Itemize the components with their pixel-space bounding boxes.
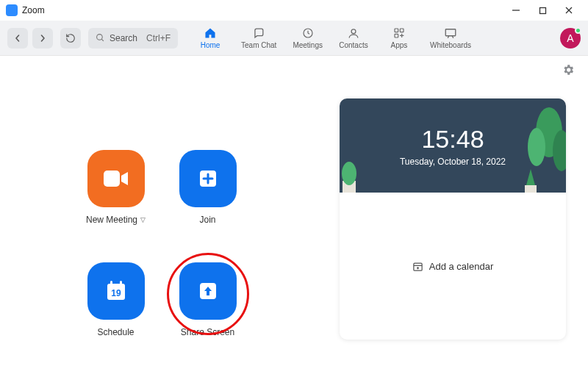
tab-contacts-label: Contacts xyxy=(339,41,368,49)
tab-apps-label: Apps xyxy=(391,41,408,49)
svg-rect-28 xyxy=(525,185,537,193)
chat-icon xyxy=(252,27,265,39)
clock-date: Tuesday, October 18, 2022 xyxy=(400,157,506,167)
calendar-day: 19 xyxy=(111,288,121,298)
tab-meetings[interactable]: Meetings xyxy=(293,27,323,49)
settings-row xyxy=(0,56,588,76)
user-avatar[interactable]: A xyxy=(560,28,581,49)
tab-apps[interactable]: Apps xyxy=(384,27,414,49)
search-icon xyxy=(96,33,105,43)
tab-team-chat-label: Team Chat xyxy=(241,41,276,49)
video-icon xyxy=(87,150,145,207)
main-toolbar: Search Ctrl+F Home Team Chat Meetings xyxy=(0,21,588,56)
gear-icon xyxy=(562,63,575,76)
whiteboard-icon xyxy=(444,27,457,39)
plus-icon xyxy=(179,150,237,207)
svg-rect-21 xyxy=(120,281,122,285)
window-title: Zoom xyxy=(22,5,45,15)
nav-forward-button[interactable] xyxy=(32,28,53,49)
svg-point-7 xyxy=(351,29,356,33)
add-calendar-button[interactable]: Add a calendar xyxy=(412,261,493,272)
avatar-initial: A xyxy=(567,32,573,44)
share-screen-icon xyxy=(179,262,237,320)
svg-point-24 xyxy=(528,128,545,166)
hero-banner: 15:48 Tuesday, October 18, 2022 xyxy=(340,98,566,193)
calendar-body: Add a calendar xyxy=(340,193,566,340)
tab-contacts[interactable]: Contacts xyxy=(339,27,368,49)
svg-rect-1 xyxy=(539,7,545,13)
tab-whiteboards[interactable]: Whiteboards xyxy=(430,27,471,49)
minimize-button[interactable] xyxy=(503,2,529,18)
contacts-icon xyxy=(347,27,360,39)
calendar-card: 15:48 Tuesday, October 18, 2022 Add a ca… xyxy=(340,98,566,340)
plant-decoration-icon xyxy=(340,159,363,193)
svg-point-4 xyxy=(97,35,103,40)
actions-grid: New Meeting ▽ Join 19 Schedule Share Scr… xyxy=(74,150,250,340)
share-screen-action[interactable]: Share Screen xyxy=(165,262,250,340)
apps-icon xyxy=(392,27,406,39)
settings-button[interactable] xyxy=(562,63,575,76)
svg-rect-10 xyxy=(395,34,398,37)
main-content: New Meeting ▽ Join 19 Schedule Share Scr… xyxy=(0,76,588,354)
clock-icon xyxy=(301,27,315,39)
tab-meetings-label: Meetings xyxy=(293,41,323,49)
svg-rect-20 xyxy=(110,281,112,285)
calendar-plus-icon xyxy=(412,261,423,272)
svg-rect-8 xyxy=(395,29,398,32)
schedule-action[interactable]: 19 Schedule xyxy=(74,262,158,340)
home-icon xyxy=(204,27,217,39)
presence-indicator xyxy=(575,27,581,34)
search-input[interactable]: Search Ctrl+F xyxy=(88,28,178,49)
plant-decoration-icon xyxy=(517,165,544,193)
history-button[interactable] xyxy=(60,28,81,49)
add-calendar-label: Add a calendar xyxy=(429,261,493,272)
zoom-app-icon xyxy=(6,4,18,16)
search-shortcut: Ctrl+F xyxy=(146,33,171,43)
svg-rect-11 xyxy=(445,29,456,35)
nav-back-button[interactable] xyxy=(7,28,28,49)
join-action[interactable]: Join xyxy=(165,150,250,227)
maximize-button[interactable] xyxy=(529,2,556,18)
tab-team-chat[interactable]: Team Chat xyxy=(241,27,276,49)
svg-rect-14 xyxy=(104,171,120,187)
new-meeting-label: New Meeting xyxy=(86,215,137,225)
svg-point-27 xyxy=(342,162,356,185)
calendar-icon: 19 xyxy=(87,262,145,320)
svg-rect-9 xyxy=(400,29,404,32)
window-titlebar: Zoom xyxy=(0,0,588,21)
new-meeting-action[interactable]: New Meeting ▽ xyxy=(74,150,158,227)
tab-home-label: Home xyxy=(201,41,220,49)
share-screen-label: Share Screen xyxy=(181,327,234,337)
close-button[interactable] xyxy=(556,2,582,18)
chevron-down-icon[interactable]: ▽ xyxy=(140,216,146,223)
tab-whiteboards-label: Whiteboards xyxy=(430,41,471,49)
clock-time: 15:48 xyxy=(421,125,484,154)
join-label: Join xyxy=(199,215,215,225)
search-placeholder: Search xyxy=(110,33,137,43)
nav-tabs: Home Team Chat Meetings Contacts Apps xyxy=(196,27,471,49)
schedule-label: Schedule xyxy=(97,327,134,337)
svg-line-5 xyxy=(101,39,104,41)
tab-home[interactable]: Home xyxy=(196,27,225,49)
